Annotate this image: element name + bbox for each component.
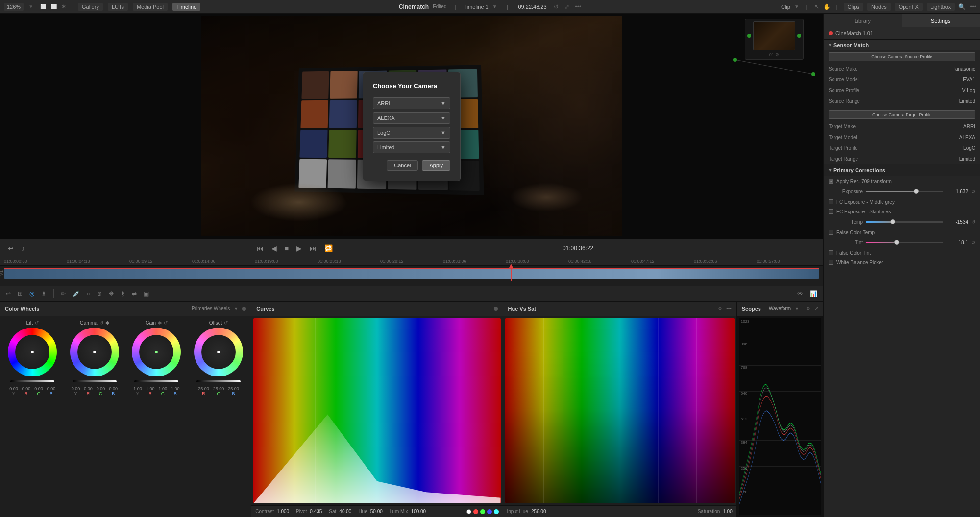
skip-to-end-icon[interactable]: ⏭ [308, 243, 318, 253]
loop-icon[interactable]: ↩ [6, 243, 16, 253]
hvs-settings-icon[interactable]: ⚙ [718, 306, 722, 311]
offset-wheel-canvas[interactable] [194, 328, 243, 376]
eyedropper-icon[interactable]: 💉 [73, 290, 80, 297]
skip-to-start-icon[interactable]: ⏮ [255, 243, 266, 253]
tab-mediapool[interactable]: Media Pool [133, 3, 168, 11]
offset-reset-icon[interactable]: ↺ [224, 320, 228, 326]
gain-slider[interactable] [134, 380, 178, 382]
lift-reset-icon[interactable]: ↺ [35, 320, 39, 326]
false-color-tint-checkbox[interactable] [829, 250, 833, 255]
tint-slider[interactable] [866, 242, 943, 243]
tab-settings[interactable]: Settings [902, 14, 980, 27]
tab-timeline[interactable]: Timeline [172, 3, 200, 11]
eye-icon[interactable]: 👁 [797, 290, 803, 297]
btn-openfx[interactable]: OpenFX [895, 3, 923, 11]
curves-icon[interactable]: ♗ [41, 290, 47, 297]
gamma-icon2[interactable]: ✱ [105, 320, 109, 326]
hand-icon[interactable]: ✋ [823, 3, 831, 10]
choose-target-profile-btn[interactable]: Choose Camera Target Profile [829, 110, 975, 119]
wb-picker-checkbox[interactable] [829, 260, 833, 265]
choose-source-profile-btn[interactable]: Choose Camera Source Profile [829, 52, 975, 61]
wheels-row: Lift ↺ [0, 316, 251, 517]
next-frame-icon[interactable]: ▶ [294, 243, 304, 253]
key-icon[interactable]: ⚷ [121, 290, 125, 297]
dot-green[interactable] [480, 509, 485, 514]
blur-icon[interactable]: ❋ [109, 290, 114, 297]
tracker-icon[interactable]: ⊕ [97, 290, 102, 297]
timeline-clip[interactable] [4, 268, 819, 279]
edit-icon[interactable]: ✏ [61, 290, 66, 297]
rec709-checkbox[interactable]: ✓ [829, 179, 833, 184]
exposure-slider[interactable] [866, 191, 943, 192]
curves-canvas[interactable] [253, 318, 500, 503]
temp-reset-icon[interactable]: ↺ [971, 219, 975, 225]
tb-icon2[interactable]: ⬜ [49, 3, 59, 10]
zoom-level[interactable]: 126% [4, 3, 24, 11]
fc-skin-checkbox[interactable] [829, 209, 833, 214]
camera-option-logc[interactable]: LogC ▼ [373, 127, 450, 139]
dot-blue[interactable] [487, 509, 492, 514]
exposure-reset-icon[interactable]: ↺ [971, 189, 975, 194]
primaries-mode[interactable]: Primaries Wheels [192, 306, 230, 311]
gain-wheel-canvas[interactable] [132, 328, 181, 376]
dot-cyan[interactable] [494, 509, 499, 514]
false-color-temp-checkbox[interactable] [829, 230, 833, 235]
gamma-slider[interactable] [73, 380, 117, 382]
btn-lightbox[interactable]: Lightbox [927, 3, 955, 11]
audio-icon[interactable]: ♪ [20, 243, 27, 253]
gamma-wheel-canvas[interactable] [70, 328, 119, 376]
prev-frame-icon[interactable]: ◀ [270, 243, 279, 253]
gain-reset-icon[interactable]: ↺ [164, 320, 168, 326]
offset-slider[interactable] [196, 380, 241, 382]
refresh-icon[interactable]: ↺ [554, 3, 559, 10]
timeline-track[interactable]: V1 [0, 266, 823, 281]
scopes-settings-icon[interactable]: ⚙ [806, 306, 810, 311]
fc-mid-checkbox[interactable] [829, 199, 833, 204]
camera-option-arri[interactable]: ARRI ▼ [373, 97, 450, 109]
scopes-expand-icon[interactable]: ⤢ [814, 306, 818, 311]
apply-button[interactable]: Apply [422, 160, 450, 171]
gamma-reset-icon[interactable]: ↺ [99, 320, 103, 326]
primary-corrections-header[interactable]: ▾ Primary Corrections [824, 164, 980, 176]
btn-nodes[interactable]: Nodes [867, 3, 891, 11]
tint-reset-icon[interactable]: ↺ [971, 240, 975, 245]
more-icon[interactable]: ••• [575, 3, 582, 10]
tab-library[interactable]: Library [824, 14, 902, 27]
tab-luts[interactable]: LUTs [108, 3, 128, 11]
temp-value: -1534 [946, 219, 968, 225]
fullscreen-icon[interactable]: ⤢ [564, 3, 569, 10]
hvs-canvas[interactable] [505, 318, 735, 503]
color-wheel-icon[interactable]: ◎ [29, 290, 34, 297]
split-icon[interactable]: ⇌ [132, 290, 137, 297]
waveform-mode[interactable]: Waveform [769, 306, 791, 311]
shapes-icon[interactable]: ○ [87, 290, 90, 297]
lift-slider[interactable] [10, 380, 54, 382]
clip-dropdown[interactable]: Clip [781, 4, 790, 10]
sensor-match-title: Sensor Match [833, 42, 869, 48]
gain-icon1[interactable]: ✱ [158, 320, 162, 326]
hvs-more-icon[interactable]: ••• [726, 306, 732, 311]
camera-option-limited[interactable]: Limited ▼ [373, 141, 450, 153]
undo-icon[interactable]: ↩ [6, 290, 11, 297]
cursor-icon[interactable]: ↖ [814, 3, 819, 10]
btn-clips[interactable]: Clips [844, 3, 863, 11]
dot-red[interactable] [473, 509, 478, 514]
grid-icon[interactable]: ⊞ [18, 290, 23, 297]
more-icon2[interactable]: ••• [970, 3, 976, 10]
viewer3-icon[interactable]: ▣ [144, 290, 149, 297]
loop2-icon[interactable]: 🔁 [322, 243, 335, 253]
tab-gallery[interactable]: Gallery [78, 3, 103, 11]
sensor-match-header[interactable]: ▾ Sensor Match [824, 40, 980, 50]
gain-label: Gain [146, 320, 156, 326]
cancel-button[interactable]: Cancel [387, 160, 418, 171]
tb-icon1[interactable]: ⬜ [38, 3, 48, 10]
lift-wheel-canvas[interactable] [8, 328, 57, 376]
camera-option-alexa[interactable]: ALEXA ▼ [373, 112, 450, 124]
stop-icon[interactable]: ■ [283, 243, 291, 253]
temp-slider[interactable] [866, 221, 943, 223]
fc-mid-label: FC Exposure - Middle grey [836, 199, 895, 205]
scope-icon[interactable]: 📊 [810, 290, 817, 297]
search-icon[interactable]: 🔍 [958, 3, 966, 10]
tb-icon3[interactable]: ✱ [60, 3, 68, 10]
dot-white[interactable] [466, 509, 471, 514]
